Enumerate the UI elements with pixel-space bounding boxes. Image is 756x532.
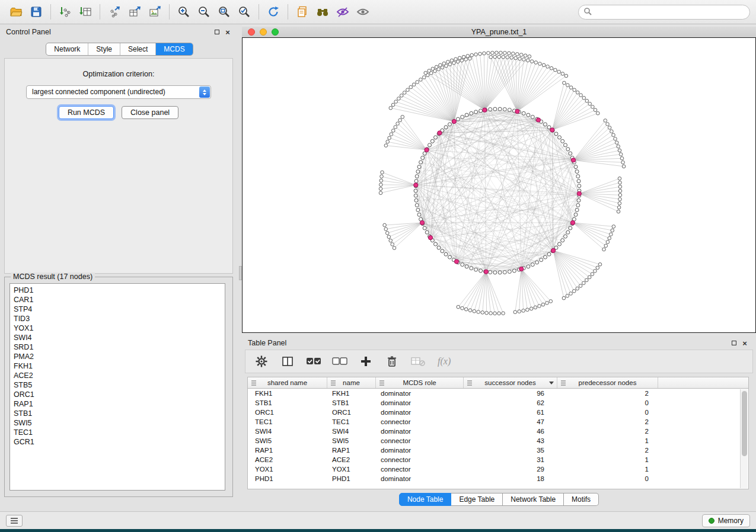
delete-rows-icon[interactable] [383,353,401,370]
table-scrollbar[interactable] [740,389,748,488]
mcds-result-item[interactable]: YOX1 [10,323,225,333]
close-window-icon[interactable] [248,28,255,36]
table-cell: connector [376,417,464,427]
import-network-icon[interactable] [55,3,75,21]
mcds-result-item[interactable]: PMA2 [10,352,225,361]
float-table-panel-icon[interactable] [729,338,739,348]
mcds-result-item[interactable]: SWI4 [10,333,225,342]
search-network-icon[interactable] [312,3,333,21]
table-row[interactable]: TEC1TEC1connector472 [248,417,748,427]
zoom-out-icon[interactable] [194,3,214,21]
network-canvas[interactable] [242,37,756,333]
table-panel-header: Table Panel × [242,335,756,351]
close-panel-button[interactable]: Close panel [122,106,178,119]
tab-style[interactable]: Style [88,43,120,55]
table-cell: dominator [376,389,464,398]
tab-node-table[interactable]: Node Table [399,493,452,506]
network-window-titlebar[interactable]: YPA_prune.txt_1 [242,27,756,37]
close-table-panel-icon[interactable]: × [739,338,750,348]
mcds-result-item[interactable]: STB5 [10,380,225,390]
tab-motifs[interactable]: Motifs [564,493,599,506]
mcds-result-item[interactable]: GCR1 [10,437,225,447]
optimization-criterion-label: Optimization criterion: [5,70,232,78]
table-row[interactable]: SWI5SWI5connector431 [248,436,748,446]
run-mcds-button[interactable]: Run MCDS [59,106,114,119]
refresh-layout-icon[interactable] [263,3,283,21]
table-row[interactable]: SWI4SWI4dominator462 [248,427,748,436]
table-row[interactable]: ORC1ORC1dominator610 [248,408,748,417]
export-network-icon[interactable] [104,3,125,21]
table-cell: PHD1 [248,474,327,483]
search-box[interactable] [578,5,750,20]
table-cell: SWI4 [327,427,376,436]
status-menu-button[interactable] [6,515,23,527]
search-input[interactable] [595,8,749,17]
table-row[interactable]: RAP1RAP1dominator352 [248,446,748,455]
table-cell: 43 [464,436,557,446]
control-panel: Control Panel × Network Style Select MCD… [0,24,239,511]
copy-style-icon[interactable] [292,3,312,21]
zoom-fit-icon[interactable] [214,3,234,21]
tab-select[interactable]: Select [120,43,155,55]
mcds-result-item[interactable]: FKH1 [10,361,225,371]
maximize-window-icon[interactable] [272,28,279,36]
close-panel-icon[interactable]: × [222,27,233,37]
zoom-in-icon[interactable] [174,3,194,21]
mcds-result-item[interactable]: PHD1 [10,286,225,295]
apply-style-icon[interactable] [333,3,353,21]
table-row[interactable]: FKH1FKH1dominator962 [248,389,748,398]
float-panel-icon[interactable] [212,27,222,37]
edit-disabled-icon[interactable] [409,353,427,370]
node-table[interactable]: shared namenameMCDS rolesuccessor nodesp… [247,377,749,489]
column-header-successor-nodes[interactable]: successor nodes [464,377,557,388]
tab-network[interactable]: Network [46,43,88,55]
mcds-result-item[interactable]: ACE2 [10,371,225,380]
import-table-icon[interactable] [75,3,95,21]
mcds-result-item[interactable]: TID3 [10,314,225,323]
column-header-predecessor-nodes[interactable]: predecessor nodes [557,377,658,388]
zoom-selected-icon[interactable] [234,3,254,21]
function-builder-icon[interactable]: f(x) [438,356,451,367]
show-graphics-details-icon[interactable] [353,3,373,21]
minimize-window-icon[interactable] [260,28,267,36]
mcds-result-item[interactable]: ORC1 [10,390,225,399]
select-all-icon[interactable] [305,353,323,370]
open-file-icon[interactable] [6,3,26,21]
save-session-icon[interactable] [26,3,46,21]
table-scrollbar-thumb[interactable] [742,391,747,456]
mcds-result-item[interactable]: STB1 [10,409,225,418]
mcds-result-item[interactable]: TEC1 [10,428,225,437]
table-row[interactable]: STB1STB1dominator620 [248,398,748,408]
add-row-icon[interactable] [357,353,375,370]
mcds-result-item[interactable]: CAR1 [10,295,225,305]
tab-network-table[interactable]: Network Table [503,493,564,506]
settings-icon[interactable] [253,353,270,370]
export-table-icon[interactable] [125,3,145,21]
mcds-result-list[interactable]: PHD1CAR1STP4TID3YOX1SWI4SRD1PMA2FKH1ACE2… [9,283,225,491]
mcds-result-item[interactable]: SRD1 [10,342,225,352]
tab-edge-table[interactable]: Edge Table [451,493,503,506]
node-table-rows: FKH1FKH1dominator962STB1STB1dominator620… [248,389,748,483]
table-cell: 62 [464,398,557,408]
memory-button[interactable]: Memory [702,514,750,527]
optimization-criterion-select[interactable]: largest connected component (undirected) [26,85,211,99]
table-row[interactable]: ACE2ACE2connector311 [248,455,748,464]
column-header-MCDS-role[interactable]: MCDS role [376,377,464,388]
toolbar-separator [50,4,51,20]
table-cell: connector [376,464,464,474]
tab-mcds[interactable]: MCDS [155,43,192,55]
columns-icon[interactable] [279,353,296,370]
column-header-shared-name[interactable]: shared name [248,377,327,388]
mcds-result-item[interactable]: STP4 [10,305,225,314]
search-icon [583,7,592,18]
column-header-name[interactable]: name [327,377,376,388]
table-cell: SWI5 [327,436,376,446]
sort-caret-icon [549,382,554,384]
mcds-result-item[interactable]: RAP1 [10,399,225,409]
sort-icon [560,380,566,387]
table-row[interactable]: YOX1YOX1connector291 [248,464,748,474]
deselect-all-icon[interactable] [331,353,349,370]
table-row[interactable]: PHD1PHD1dominator180 [248,474,748,483]
export-image-icon[interactable] [145,3,165,21]
mcds-result-item[interactable]: SWI5 [10,418,225,428]
